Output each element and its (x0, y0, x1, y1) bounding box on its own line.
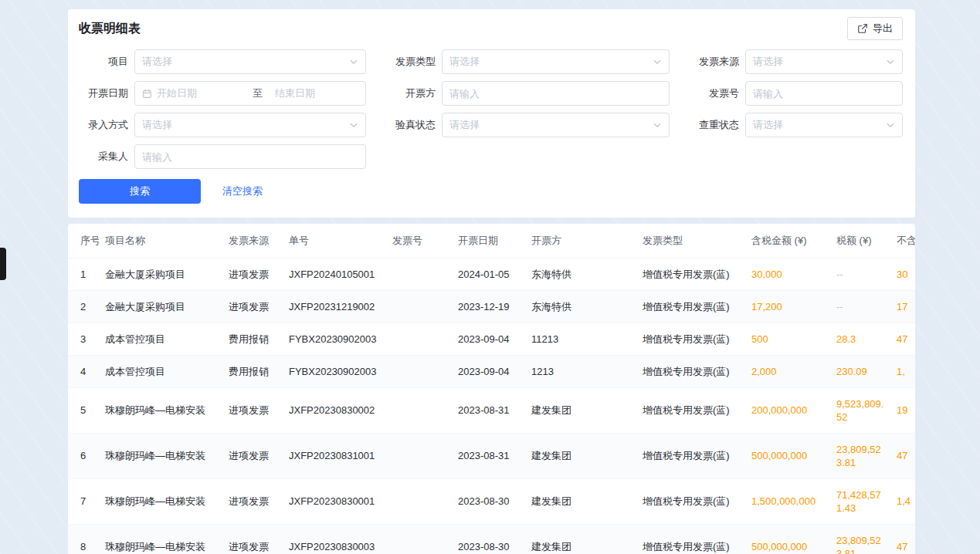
cell-order-no: JXFP20230830002 (283, 388, 386, 434)
cell-amount-with-tax: 200,000,000 (745, 388, 830, 434)
cell-invoice-no (386, 388, 452, 434)
export-icon (857, 23, 868, 34)
collector-input[interactable] (134, 144, 366, 169)
cell-project-name: 珠穆朗玛峰—电梯安装 (99, 434, 222, 479)
invoice-no-input[interactable] (745, 81, 903, 106)
cell-index: 4 (68, 356, 99, 388)
cell-invoice-type: 增值税专用发票(蓝) (636, 434, 745, 479)
cell-invoice-source: 费用报销 (222, 356, 283, 388)
cell-project-name: 成本管控项目 (99, 356, 222, 388)
table-row: 2 金融大厦采购项目 进项发票 JXFP20231219002 2023-12-… (68, 291, 915, 323)
cell-invoice-type: 增值税专用发票(蓝) (636, 258, 745, 291)
table-row: 5 珠穆朗玛峰—电梯安装 进项发票 JXFP20230830002 2023-0… (68, 388, 915, 434)
issuer-field: 开票方 (386, 81, 670, 106)
col-order-no: 单号 (283, 224, 386, 258)
col-invoice-no: 发票号 (386, 224, 452, 258)
issuer-input[interactable] (442, 81, 670, 106)
cell-order-no: JXFP20230830001 (283, 479, 386, 525)
search-button[interactable]: 搜索 (79, 179, 201, 204)
cell-invoice-source: 进项发票 (222, 258, 283, 291)
table-row: 7 珠穆朗玛峰—电梯安装 进项发票 JXFP20230830001 2023-0… (68, 479, 915, 525)
drawer-handle[interactable] (0, 248, 6, 280)
cell-amount-without-tax: 17 (892, 291, 915, 323)
cell-invoice-no (386, 258, 452, 291)
cell-tax: 23,809,523.81 (830, 434, 892, 479)
cell-invoice-type: 增值税专用发票(蓝) (636, 525, 745, 554)
cell-issuer: 建发集团 (525, 479, 636, 525)
cell-issuer: 建发集团 (525, 525, 636, 554)
invoice-date-range-picker[interactable]: 开始日期 至 结束日期 (134, 81, 366, 106)
table-header-row: 序号 项目名称 发票来源 单号 发票号 开票日期 开票方 发票类型 含税金额 (… (68, 224, 915, 258)
col-amount-with-tax: 含税金额 (¥) (745, 224, 830, 258)
filter-panel: 收票明细表 导出 项目 请选择 (68, 9, 915, 218)
duplicate-status-select[interactable]: 请选择 (745, 113, 903, 137)
cell-invoice-no (386, 525, 452, 554)
clear-search-link[interactable]: 清空搜索 (222, 184, 263, 198)
cell-invoice-date: 2023-09-04 (452, 323, 525, 356)
collector-field: 采集人 (79, 144, 366, 169)
entry-method-select[interactable]: 请选择 (134, 113, 366, 137)
col-invoice-source: 发票来源 (222, 224, 283, 258)
table-panel: 序号 项目名称 发票来源 单号 发票号 开票日期 开票方 发票类型 含税金额 (… (68, 224, 915, 554)
cell-issuer: 东海特供 (525, 258, 636, 291)
cell-tax: 23,809,523.81 (830, 525, 892, 554)
col-issuer: 开票方 (525, 224, 636, 258)
chevron-down-icon (886, 120, 895, 130)
table-row: 4 成本管控项目 费用报销 FYBX20230902003 2023-09-04… (68, 356, 915, 388)
cell-amount-with-tax: 500,000,000 (745, 525, 830, 554)
cell-project-name: 珠穆朗玛峰—电梯安装 (99, 388, 222, 434)
cell-invoice-type: 增值税专用发票(蓝) (636, 388, 745, 434)
export-button[interactable]: 导出 (847, 17, 903, 40)
invoice-type-label: 发票类型 (386, 55, 436, 69)
cell-amount-with-tax: 500 (745, 323, 830, 356)
chevron-down-icon (349, 120, 358, 130)
col-invoice-date: 开票日期 (452, 224, 525, 258)
col-amount-without-tax: 不含 (892, 224, 915, 258)
filter-grid: 项目 请选择 发票类型 请选择 发票来源 (79, 49, 903, 169)
invoice-type-placeholder: 请选择 (449, 55, 648, 69)
project-placeholder: 请选择 (142, 55, 344, 69)
cell-index: 6 (68, 434, 99, 479)
cell-amount-without-tax: 19 (892, 388, 915, 434)
cell-issuer: 建发集团 (525, 434, 636, 479)
project-select[interactable]: 请选择 (134, 49, 366, 74)
cell-issuer: 东海特供 (525, 291, 636, 323)
cell-invoice-date: 2023-08-31 (452, 388, 525, 434)
invoice-date-label: 开票日期 (79, 86, 128, 100)
cell-amount-with-tax: 30,000 (745, 258, 830, 291)
chevron-down-icon (653, 57, 662, 66)
cell-index: 8 (68, 525, 99, 554)
duplicate-status-placeholder: 请选择 (753, 118, 881, 132)
invoice-source-select[interactable]: 请选择 (745, 49, 903, 74)
table-row: 1 金融大厦采购项目 进项发票 JXFP20240105001 2024-01-… (68, 258, 915, 291)
cell-invoice-date: 2023-09-04 (452, 356, 525, 388)
cell-tax: 28.3 (830, 323, 892, 356)
cell-tax: -- (830, 258, 892, 291)
duplicate-status-label: 查重状态 (690, 118, 739, 132)
entry-method-placeholder: 请选择 (142, 118, 344, 132)
cell-amount-without-tax: 30 (892, 258, 915, 291)
chevron-down-icon (349, 57, 358, 66)
invoice-type-select[interactable]: 请选择 (442, 49, 670, 74)
entry-method-field: 录入方式 请选择 (79, 113, 366, 137)
project-label: 项目 (79, 55, 128, 69)
cell-order-no: JXFP20231219002 (283, 291, 386, 323)
main-content: 收票明细表 导出 项目 请选择 (68, 9, 915, 554)
verify-status-placeholder: 请选择 (449, 118, 648, 132)
cell-invoice-type: 增值税专用发票(蓝) (636, 356, 745, 388)
cell-issuer: 1213 (525, 356, 636, 388)
verify-status-select[interactable]: 请选择 (442, 113, 670, 137)
collector-label: 采集人 (79, 150, 128, 164)
table-row: 8 珠穆朗玛峰—电梯安装 进项发票 JXFP20230830003 2023-0… (68, 525, 915, 554)
invoice-source-label: 发票来源 (690, 55, 739, 69)
cell-issuer: 11213 (525, 323, 636, 356)
cell-tax: -- (830, 291, 892, 323)
cell-order-no: JXFP20230831001 (283, 434, 386, 479)
cell-invoice-type: 增值税专用发票(蓝) (636, 291, 745, 323)
col-tax: 税额 (¥) (830, 224, 892, 258)
col-project-name: 项目名称 (99, 224, 222, 258)
cell-project-name: 金融大厦采购项目 (99, 291, 222, 323)
cell-invoice-no (386, 291, 452, 323)
cell-amount-without-tax: 1,4 (892, 479, 915, 525)
entry-method-label: 录入方式 (79, 118, 128, 132)
